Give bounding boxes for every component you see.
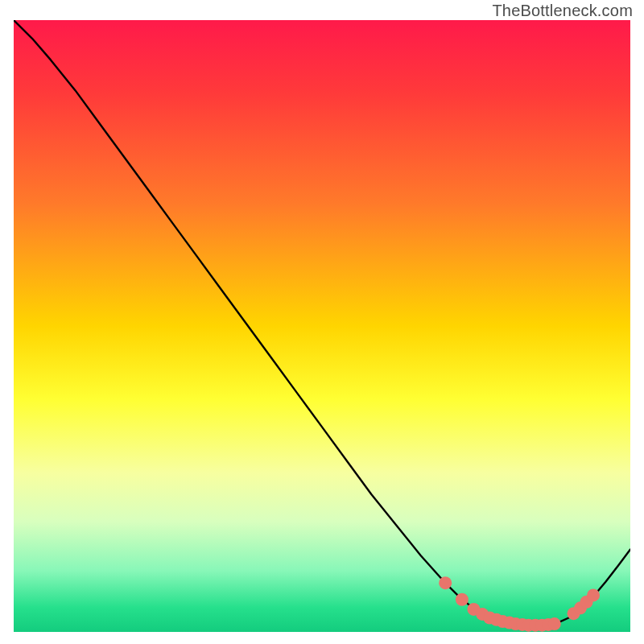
svg-rect-0 (14, 20, 630, 632)
chart-plot (14, 20, 630, 632)
watermark-text: TheBottleneck.com (492, 2, 633, 20)
marker-dot (439, 576, 452, 589)
marker-dot (587, 588, 600, 601)
chart-container: TheBottleneck.com (0, 0, 644, 644)
marker-dot (456, 593, 469, 606)
chart-svg (14, 20, 630, 632)
marker-dot (548, 617, 561, 630)
